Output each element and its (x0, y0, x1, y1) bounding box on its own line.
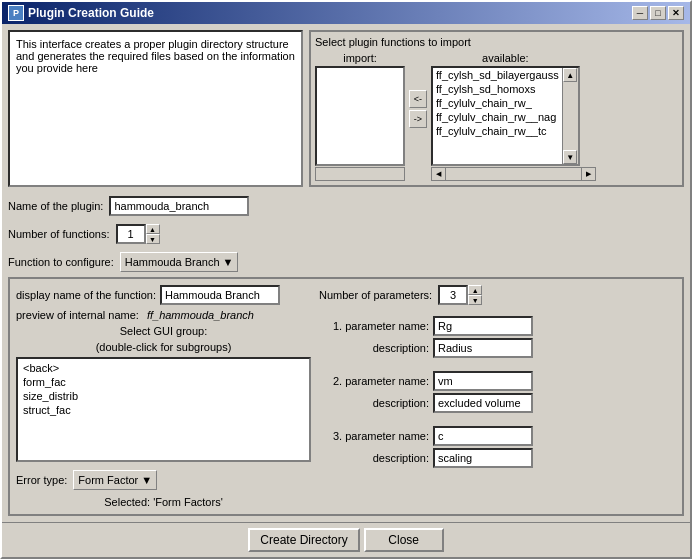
param-1-name-row: 1. parameter name: (319, 316, 676, 336)
available-list[interactable]: ff_cylsh_sd_bilayergaussff_cylsh_sd_homo… (433, 68, 562, 164)
arrow-right-button[interactable]: -> (409, 110, 427, 128)
titlebar: P Plugin Creation Guide ─ □ ✕ (2, 2, 690, 24)
display-name-input[interactable] (160, 285, 280, 305)
info-box: This interface creates a proper plugin d… (8, 30, 303, 187)
plugin-name-label: Name of the plugin: (8, 200, 103, 212)
hscroll-left-btn[interactable]: ◀ (432, 168, 446, 180)
app-icon: P (8, 5, 24, 21)
num-params-label: Number of parameters: (319, 289, 432, 301)
num-params-spinner-btns: ▲ ▼ (468, 285, 482, 305)
param-3-desc-input[interactable] (433, 448, 533, 468)
plugin-select-title: Select plugin functions to import (315, 36, 678, 48)
spin-up-button[interactable]: ▲ (146, 224, 160, 234)
selected-label: Selected: 'Form Factors' (16, 496, 311, 508)
import-section: import: (315, 52, 405, 166)
param-2-desc-input[interactable] (433, 393, 533, 413)
arrow-left-button[interactable]: <- (409, 90, 427, 108)
fields-section: Name of the plugin: Number of functions:… (8, 192, 684, 272)
param-2-desc-label: description: (319, 397, 429, 409)
num-params-spin-down[interactable]: ▼ (468, 295, 482, 305)
plugin-select-box: Select plugin functions to import import… (309, 30, 684, 187)
right-panel: Number of parameters: ▲ ▼ 1. parameter n… (319, 285, 676, 508)
num-params-spin-up[interactable]: ▲ (468, 285, 482, 295)
param-1-desc-row: description: (319, 338, 676, 358)
num-functions-label: Number of functions: (8, 228, 110, 240)
main-panel: display name of the function: preview of… (8, 277, 684, 516)
param-1-desc-input[interactable] (433, 338, 533, 358)
param-3-name-label: 3. parameter name: (319, 430, 429, 442)
info-text: This interface creates a proper plugin d… (16, 38, 295, 74)
hscroll-track (446, 168, 581, 180)
function-value: Hammouda Branch (125, 256, 220, 268)
param-1-name-input[interactable] (433, 316, 533, 336)
close-button-bottom[interactable]: Close (364, 528, 444, 552)
titlebar-left: P Plugin Creation Guide (8, 5, 154, 21)
avail-hscroll[interactable]: ◀ ▶ (431, 167, 596, 181)
top-section: This interface creates a proper plugin d… (8, 30, 684, 187)
maximize-button[interactable]: □ (650, 6, 666, 20)
spacer (409, 167, 427, 181)
num-params-row: Number of parameters: ▲ ▼ (319, 285, 676, 305)
horiz-scrollbars: ◀ ▶ (315, 167, 678, 181)
param-3-name-input[interactable] (433, 426, 533, 446)
main-window: P Plugin Creation Guide ─ □ ✕ This inter… (0, 0, 692, 559)
available-list-item[interactable]: ff_cylulv_chain_rw__tc (433, 124, 562, 138)
import-label: import: (315, 52, 405, 64)
param-2-name-row: 2. parameter name: (319, 371, 676, 391)
function-dropdown[interactable]: Hammouda Branch ▼ (120, 252, 239, 272)
available-section: available: ff_cylsh_sd_bilayergaussff_cy… (431, 52, 580, 166)
import-list[interactable] (315, 66, 405, 166)
titlebar-buttons: ─ □ ✕ (632, 6, 684, 20)
function-row: Function to configure: Hammouda Branch ▼ (8, 252, 684, 272)
display-name-row: display name of the function: (16, 285, 311, 305)
scroll-down-btn[interactable]: ▼ (563, 150, 577, 164)
available-scrollbar[interactable]: ▲ ▼ (562, 68, 578, 164)
spin-down-button[interactable]: ▼ (146, 234, 160, 244)
num-functions-spinner: ▲ ▼ (116, 224, 160, 244)
gui-list-item[interactable]: form_fac (20, 375, 307, 389)
gui-list-item[interactable]: size_distrib (20, 389, 307, 403)
param-3-group: 3. parameter name: description: (319, 426, 676, 470)
available-list-item[interactable]: ff_cylulv_chain_rw__nag (433, 110, 562, 124)
preview-value: ff_hammouda_branch (147, 309, 254, 321)
num-functions-input[interactable] (116, 224, 146, 244)
gui-list-item[interactable]: <back> (20, 361, 307, 375)
available-list-item[interactable]: ff_cylsh_sd_bilayergauss (433, 68, 562, 82)
param-3-desc-label: description: (319, 452, 429, 464)
import-available: import: <- -> available: ff_cylsh_sd_bil… (315, 52, 678, 166)
dropdown-arrow-icon: ▼ (223, 256, 234, 268)
param-2-group: 2. parameter name: description: (319, 371, 676, 415)
scroll-up-btn[interactable]: ▲ (563, 68, 577, 82)
plugin-name-row: Name of the plugin: (8, 196, 684, 216)
preview-row: preview of internal name: ff_hammouda_br… (16, 309, 311, 321)
available-list-container: ff_cylsh_sd_bilayergaussff_cylsh_sd_homo… (431, 66, 580, 166)
error-label: Error type: (16, 474, 67, 486)
close-button[interactable]: ✕ (668, 6, 684, 20)
window-title: Plugin Creation Guide (28, 6, 154, 20)
bottom-bar: Create Directory Close (2, 522, 690, 557)
content-area: This interface creates a proper plugin d… (2, 24, 690, 522)
error-value: Form Factor (78, 474, 138, 486)
create-directory-button[interactable]: Create Directory (248, 528, 359, 552)
available-label: available: (431, 52, 580, 64)
available-list-item[interactable]: ff_cylulv_chain_rw_ (433, 96, 562, 110)
error-dropdown[interactable]: Form Factor ▼ (73, 470, 157, 490)
param-3-desc-row: description: (319, 448, 676, 468)
hscroll-right-btn[interactable]: ▶ (581, 168, 595, 180)
import-hscroll[interactable] (315, 167, 405, 181)
available-list-item[interactable]: ff_cylsh_sd_homoxs (433, 82, 562, 96)
minimize-button[interactable]: ─ (632, 6, 648, 20)
gui-list-item[interactable]: struct_fac (20, 403, 307, 417)
error-section: Error type: Form Factor ▼ (16, 470, 311, 490)
preview-label: preview of internal name: (16, 309, 139, 321)
num-params-input[interactable] (438, 285, 468, 305)
left-panel: display name of the function: preview of… (16, 285, 311, 508)
gui-group-list[interactable]: <back>form_facsize_distribstruct_fac (16, 357, 311, 462)
param-2-name-label: 2. parameter name: (319, 375, 429, 387)
arrow-buttons: <- -> (409, 52, 427, 166)
gui-group-label: Select GUI group: (16, 325, 311, 337)
param-2-name-input[interactable] (433, 371, 533, 391)
error-dropdown-arrow-icon: ▼ (141, 474, 152, 486)
param-1-desc-label: description: (319, 342, 429, 354)
plugin-name-input[interactable] (109, 196, 249, 216)
